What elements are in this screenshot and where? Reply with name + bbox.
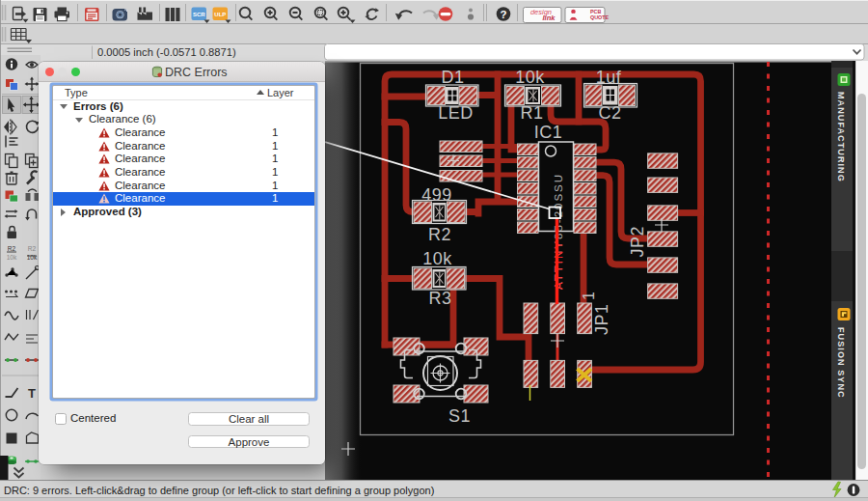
svg-text:10k: 10k bbox=[515, 68, 545, 87]
svg-text:R2: R2 bbox=[8, 245, 16, 252]
svg-text:1uf: 1uf bbox=[596, 68, 622, 87]
svg-text:10k: 10k bbox=[7, 254, 17, 261]
svg-text:T: T bbox=[28, 386, 36, 401]
svg-text:QUOTE: QUOTE bbox=[590, 14, 610, 20]
svg-text:ULP: ULP bbox=[214, 12, 226, 17]
svg-text:R3: R3 bbox=[428, 289, 451, 308]
svg-text:JP1: JP1 bbox=[592, 303, 611, 335]
svg-text:0.0005 inch (-0.0571 0.8871): 0.0005 inch (-0.0571 0.8871) bbox=[97, 46, 236, 58]
svg-text:link: link bbox=[543, 14, 556, 22]
svg-text:D1: D1 bbox=[441, 68, 464, 87]
svg-text:10k: 10k bbox=[27, 254, 38, 261]
svg-text:?: ? bbox=[500, 9, 506, 20]
svg-text:R1: R1 bbox=[520, 103, 543, 123]
svg-text:R2: R2 bbox=[28, 245, 37, 252]
svg-text:S1: S1 bbox=[448, 406, 471, 426]
svg-text:1: 1 bbox=[581, 292, 597, 300]
svg-text:IC1: IC1 bbox=[534, 123, 563, 142]
svg-text:PCB: PCB bbox=[590, 9, 601, 14]
svg-text:SCR: SCR bbox=[193, 12, 205, 17]
svg-text:JP2: JP2 bbox=[628, 226, 647, 258]
svg-text:10k: 10k bbox=[422, 249, 452, 268]
svg-text:C2: C2 bbox=[598, 103, 621, 123]
svg-text:LED: LED bbox=[438, 103, 474, 123]
svg-text:499: 499 bbox=[421, 185, 452, 205]
svg-text:R2: R2 bbox=[428, 225, 451, 244]
